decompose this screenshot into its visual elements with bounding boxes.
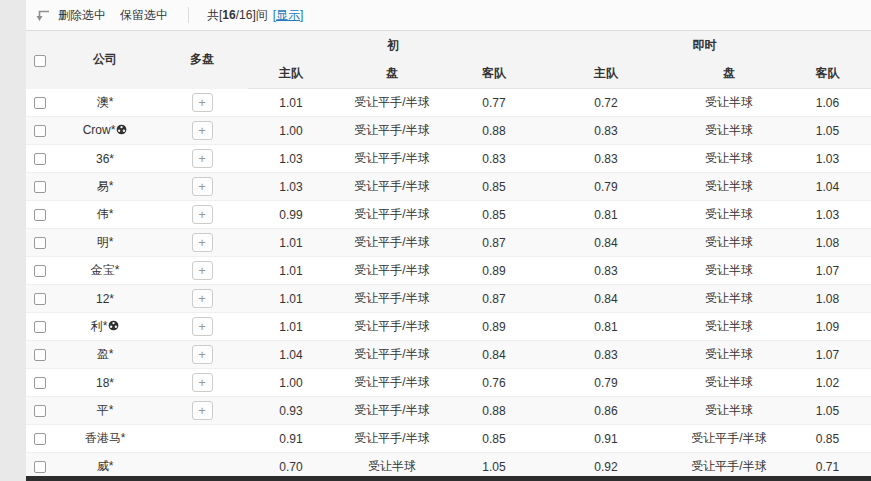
- multi-odds-button[interactable]: +: [192, 401, 213, 420]
- multi-odds-button[interactable]: +: [192, 289, 213, 308]
- header-initial-away: 客队: [450, 60, 538, 89]
- multi-odds-button[interactable]: +: [192, 121, 213, 140]
- initial-handicap: 受让平手/半球: [334, 313, 450, 341]
- initial-away-odds: 0.85: [450, 173, 538, 201]
- initial-away-odds: 0.87: [450, 285, 538, 313]
- soccer-ball-icon: [108, 320, 119, 334]
- company-name: 金宝*: [91, 263, 120, 277]
- live-away-odds: 1.09: [784, 313, 871, 341]
- initial-handicap: 受让平手/半球: [334, 89, 450, 117]
- multi-odds-cell: +: [156, 285, 248, 313]
- company-cell: 18*: [54, 369, 156, 397]
- live-home-odds: 0.81: [538, 313, 674, 341]
- row-select-cell: [26, 425, 54, 453]
- company-cell: 香港马*: [54, 425, 156, 453]
- live-home-odds: 0.84: [538, 285, 674, 313]
- multi-odds-button[interactable]: +: [192, 233, 213, 252]
- initial-away-odds: 0.84: [450, 341, 538, 369]
- multi-odds-cell: +: [156, 145, 248, 173]
- multi-odds-button[interactable]: +: [192, 261, 213, 280]
- initial-home-odds: 1.01: [248, 313, 334, 341]
- select-all-checkbox[interactable]: [34, 55, 46, 67]
- multi-odds-button[interactable]: +: [192, 205, 213, 224]
- count-rest: /16]间: [236, 8, 268, 22]
- live-home-odds: 0.83: [538, 341, 674, 369]
- show-link[interactable]: [显示]: [273, 7, 304, 24]
- multi-odds-cell: +: [156, 201, 248, 229]
- company-name: 明*: [97, 235, 114, 249]
- initial-home-odds: 0.99: [248, 201, 334, 229]
- live-away-odds: 0.85: [784, 425, 871, 453]
- live-away-odds: 1.07: [784, 341, 871, 369]
- row-checkbox[interactable]: [34, 153, 46, 165]
- live-handicap: 受让半球: [674, 369, 784, 397]
- row-checkbox[interactable]: [34, 293, 46, 305]
- initial-away-odds: 0.85: [450, 201, 538, 229]
- multi-odds-cell: +: [156, 341, 248, 369]
- multi-odds-button[interactable]: +: [192, 177, 213, 196]
- row-select-cell: [26, 173, 54, 201]
- row-checkbox[interactable]: [34, 237, 46, 249]
- live-home-odds: 0.84: [538, 229, 674, 257]
- row-checkbox[interactable]: [34, 125, 46, 137]
- toolbar: 删除选中 保留选中 共[16/16]间 [显示]: [26, 0, 871, 30]
- row-select-cell: [26, 201, 54, 229]
- table-header: 公司 多盘 初 即时 主队 盘 客队 主队 盘 客队: [26, 31, 871, 89]
- multi-odds-button[interactable]: +: [192, 345, 213, 364]
- live-away-odds: 1.05: [784, 397, 871, 425]
- row-select-cell: [26, 397, 54, 425]
- company-name: 平*: [97, 403, 114, 417]
- count-prefix: 共[: [207, 8, 222, 22]
- row-select-cell: [26, 257, 54, 285]
- live-handicap: 受让半球: [674, 89, 784, 117]
- company-cell: 平*: [54, 397, 156, 425]
- delete-selected-button[interactable]: 删除选中: [58, 7, 106, 24]
- row-checkbox[interactable]: [34, 405, 46, 417]
- live-home-odds: 0.86: [538, 397, 674, 425]
- row-checkbox[interactable]: [34, 181, 46, 193]
- initial-home-odds: 1.04: [248, 341, 334, 369]
- live-home-odds: 0.83: [538, 145, 674, 173]
- table-row: 盈* + 1.04 受让平手/半球 0.84 0.83 受让半球 1.07: [26, 341, 871, 369]
- company-cell: 伟*: [54, 201, 156, 229]
- row-checkbox[interactable]: [34, 209, 46, 221]
- live-handicap: 受让半球: [674, 117, 784, 145]
- row-checkbox[interactable]: [34, 461, 46, 473]
- initial-handicap: 受让平手/半球: [334, 341, 450, 369]
- live-away-odds: 1.03: [784, 145, 871, 173]
- multi-odds-button[interactable]: +: [192, 93, 213, 112]
- header-initial-handicap: 盘: [334, 60, 450, 89]
- keep-selected-button[interactable]: 保留选中: [120, 7, 168, 24]
- multi-odds-cell: +: [156, 257, 248, 285]
- live-handicap: 受让半球: [674, 341, 784, 369]
- live-away-odds: 1.08: [784, 229, 871, 257]
- company-cell: Crow*: [54, 117, 156, 145]
- live-home-odds: 0.83: [538, 257, 674, 285]
- multi-odds-button[interactable]: +: [192, 373, 213, 392]
- initial-home-odds: 0.91: [248, 425, 334, 453]
- initial-home-odds: 1.00: [248, 369, 334, 397]
- multi-odds-button[interactable]: +: [192, 317, 213, 336]
- row-select-cell: [26, 145, 54, 173]
- company-name: 18*: [96, 376, 114, 390]
- row-checkbox[interactable]: [34, 97, 46, 109]
- header-live-home: 主队: [538, 60, 674, 89]
- row-checkbox[interactable]: [34, 265, 46, 277]
- live-home-odds: 0.91: [538, 425, 674, 453]
- company-name: 易*: [97, 179, 114, 193]
- multi-odds-cell: +: [156, 173, 248, 201]
- initial-handicap: 受让平手/半球: [334, 257, 450, 285]
- live-away-odds: 1.07: [784, 257, 871, 285]
- company-cell: 澳*: [54, 89, 156, 117]
- soccer-ball-icon: [116, 124, 127, 138]
- row-checkbox[interactable]: [34, 433, 46, 445]
- multi-odds-button[interactable]: +: [192, 149, 213, 168]
- row-checkbox[interactable]: [34, 349, 46, 361]
- row-checkbox[interactable]: [34, 377, 46, 389]
- live-home-odds: 0.81: [538, 201, 674, 229]
- row-select-cell: [26, 313, 54, 341]
- multi-odds-cell: +: [156, 397, 248, 425]
- initial-home-odds: 1.03: [248, 173, 334, 201]
- multi-odds-cell: +: [156, 369, 248, 397]
- row-checkbox[interactable]: [34, 321, 46, 333]
